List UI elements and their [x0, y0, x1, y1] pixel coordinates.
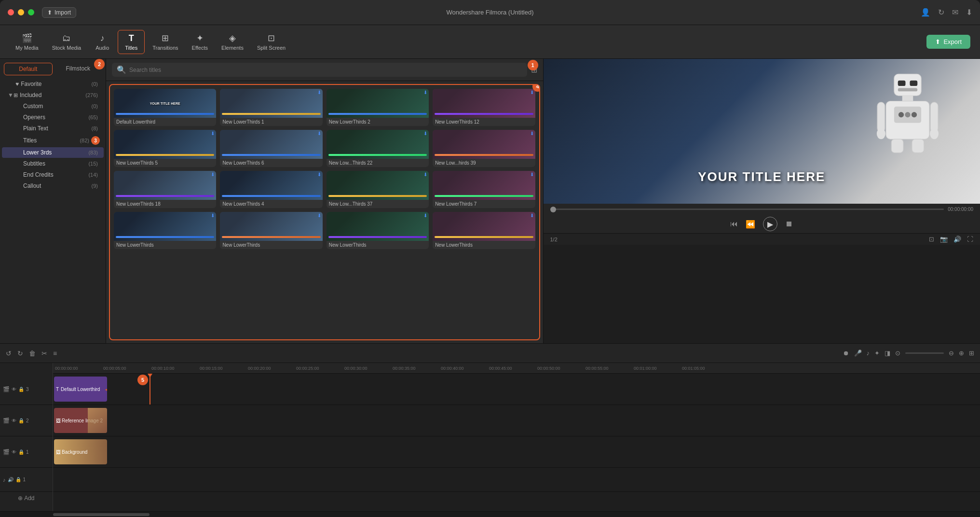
card-new-lowerthirds-4[interactable]: ⬇ New LowerThirds 4 — [220, 171, 322, 208]
list-button[interactable]: ≡ — [53, 349, 57, 357]
preview-panel: YOUR TITLE HERE 00:00:00:00 ⏮ ⏪ ▶ ⏹ — [544, 59, 980, 343]
title-clip[interactable]: T Default Lowerthird ◀ — [54, 377, 107, 402]
zoom-level: 1/2 — [550, 237, 558, 242]
tree-item-subtitles[interactable]: Subtitles (15) — [2, 158, 104, 169]
card-new-lowerthirds-39[interactable]: ⬇ New Low...hirds 39 — [433, 130, 535, 167]
tab-default[interactable]: Default — [4, 63, 53, 75]
toolbar-stock-media[interactable]: 🗂 Stock Media — [46, 30, 87, 54]
card-new-lowerthirds-1[interactable]: ⬇ New LowerThirds 1 — [220, 89, 322, 126]
tree-item-end-credits[interactable]: End Credits (14) — [2, 169, 104, 180]
voice-icon[interactable]: 🎤 — [854, 349, 862, 357]
screen-icon[interactable]: ⊡ — [929, 236, 934, 243]
import-button[interactable]: ⬆ Import — [42, 7, 76, 18]
tree-favorite-label: Favorite — [21, 81, 91, 87]
annotation-3: 3 — [91, 136, 100, 145]
account-icon[interactable]: 👤 — [921, 8, 930, 17]
card-new-lowerthirds-a[interactable]: ⬇ New LowerThirds — [114, 212, 216, 249]
titles-label: Titles — [125, 45, 137, 51]
eye-icon-1[interactable]: 👁 — [12, 449, 16, 455]
toolbar-transitions[interactable]: ⊞ Transitions — [147, 30, 184, 54]
tree-callout-label: Callout — [23, 182, 92, 189]
bg-clip[interactable]: 🖼 Background — [54, 439, 107, 464]
progress-dot — [550, 207, 556, 212]
audio-lock-icon[interactable]: 🔒 — [15, 477, 21, 482]
ruler-mark: 00:00:45:00 — [487, 366, 535, 371]
eye-icon-3[interactable]: 👁 — [12, 387, 16, 392]
maximize-button[interactable] — [28, 9, 34, 15]
tree-item-included[interactable]: ▼ ⊞ Included (276) — [2, 90, 104, 100]
timeline-tracks-scroll[interactable]: 00:00:00:00 00:00:05:00 00:00:10:00 00:0… — [53, 363, 980, 511]
delete-button[interactable]: 🗑 — [29, 349, 36, 357]
card-new-lowerthirds-12[interactable]: ⬇ New LowerThirds 12 — [433, 89, 535, 126]
playhead — [150, 374, 150, 405]
progress-slider[interactable] — [550, 209, 944, 210]
stop-button[interactable]: ⏹ — [785, 220, 793, 228]
scrollbar-thumb[interactable] — [53, 513, 150, 516]
tree-item-plain-text[interactable]: Plain Text (8) — [2, 123, 104, 134]
robot-graphic — [874, 69, 941, 155]
zoom-out-icon[interactable]: ⊖ — [949, 349, 954, 357]
card-new-lowerthirds-c[interactable]: ⬇ New LowerThirds — [327, 212, 429, 249]
timeline-area: ↺ ↻ 🗑 ✂ ≡ ⏺ 🎤 ♪ ✦ ◨ ⊙ ⊖ ⊕ ⊞ — [0, 343, 980, 517]
snap-icon[interactable]: ⊙ — [895, 349, 900, 357]
tree-item-custom[interactable]: Custom (0) — [2, 101, 104, 112]
tree-item-favorite[interactable]: ♥ Favorite (0) — [2, 79, 104, 89]
tree-favorite-count: (0) — [92, 81, 98, 87]
music-icon[interactable]: ♪ — [867, 349, 870, 357]
close-button[interactable] — [8, 9, 14, 15]
zoom-full-icon[interactable]: ⊕ — [959, 349, 964, 357]
eye-icon-2[interactable]: 👁 — [12, 418, 16, 423]
elements-label: Elements — [221, 45, 244, 51]
card-new-lowerthirds-d[interactable]: ⬇ New LowerThirds — [433, 212, 535, 249]
skip-back-button[interactable]: ⏮ — [730, 220, 738, 228]
reference-clip[interactable]: 🖼 Reference Image 2 — [54, 408, 107, 433]
zoom-slider[interactable] — [905, 352, 944, 354]
record-icon[interactable]: ⏺ — [843, 349, 849, 357]
card-new-lowerthirds-5[interactable]: ⬇ New LowerThirds 5 — [114, 130, 216, 167]
download-icon[interactable]: ⬇ — [966, 8, 972, 17]
tree-item-openers[interactable]: Openers (65) — [2, 112, 104, 123]
add-track-button[interactable]: ⊕ Add — [0, 492, 53, 504]
card-new-lowerthirds-7[interactable]: ⬇ New LowerThirds 7 — [433, 171, 535, 208]
card-new-lowerthirds-6[interactable]: ⬇ New LowerThirds 6 — [220, 130, 322, 167]
export-button[interactable]: ⬆ Export — [926, 35, 970, 49]
fullscreen-icon[interactable]: ⛶ — [967, 236, 973, 243]
card-new-lowerthirds-22[interactable]: ⬇ New Low...Thirds 22 — [327, 130, 429, 167]
undo-button[interactable]: ↺ — [6, 349, 12, 357]
card-new-lowerthirds-2[interactable]: ⬇ New LowerThirds 2 — [327, 89, 429, 126]
card-new-lowerthirds-18[interactable]: ⬇ New LowerThirds 18 — [114, 171, 216, 208]
tree-item-callout[interactable]: Callout (9) — [2, 181, 104, 191]
redo-button[interactable]: ↻ — [17, 349, 23, 357]
toolbar-audio[interactable]: ♪ Audio — [89, 30, 116, 54]
lock-icon-2[interactable]: 🔒 — [18, 418, 24, 423]
mail-icon[interactable]: ✉ — [952, 8, 958, 17]
color-icon[interactable]: ◨ — [885, 349, 890, 357]
snapshot-icon[interactable]: 📷 — [940, 236, 948, 243]
refresh-icon[interactable]: ↻ — [938, 8, 944, 17]
toolbar-effects[interactable]: ✦ Effects — [186, 30, 214, 54]
cut-button[interactable]: ✂ — [41, 349, 47, 357]
lock-icon-1[interactable]: 🔒 — [18, 449, 24, 455]
toolbar-titles[interactable]: T Titles — [118, 30, 145, 54]
volume-icon[interactable]: 🔊 — [953, 236, 961, 243]
lock-icon-3[interactable]: 🔒 — [18, 387, 24, 392]
effect-icon[interactable]: ✦ — [874, 349, 880, 357]
tree-item-lower-3rds[interactable]: Lower 3rds (83) — [2, 147, 104, 158]
card-label: New Low...Thirds 22 — [327, 159, 429, 167]
toolbar-elements[interactable]: ◈ Elements — [216, 30, 249, 54]
card-new-lowerthirds-b[interactable]: ⬇ New LowerThirds — [220, 212, 322, 249]
tree-item-titles[interactable]: Titles (82) 3 — [2, 134, 104, 147]
timeline-scrollbar[interactable] — [0, 511, 980, 517]
bg-clip-icon: 🖼 — [56, 449, 61, 455]
search-input[interactable] — [129, 67, 522, 73]
card-new-lowerthirds-37[interactable]: ⬇ New Low...Thirds 37 — [327, 171, 429, 208]
play-button[interactable]: ▶ — [763, 217, 777, 231]
toolbar-my-media[interactable]: 🎬 My Media — [10, 30, 44, 54]
card-default-lowerthird[interactable]: YOUR TITLE HERE Default Lowerthird — [114, 89, 216, 126]
minimize-button[interactable] — [18, 9, 24, 15]
grid-view-icon[interactable]: ⊞ — [969, 349, 974, 357]
toolbar-split-screen[interactable]: ⊡ Split Screen — [251, 30, 291, 54]
step-back-button[interactable]: ⏪ — [746, 220, 755, 229]
audio-vol-icon[interactable]: 🔊 — [8, 477, 14, 482]
ruler-mark: 00:00:05:00 — [101, 366, 150, 371]
